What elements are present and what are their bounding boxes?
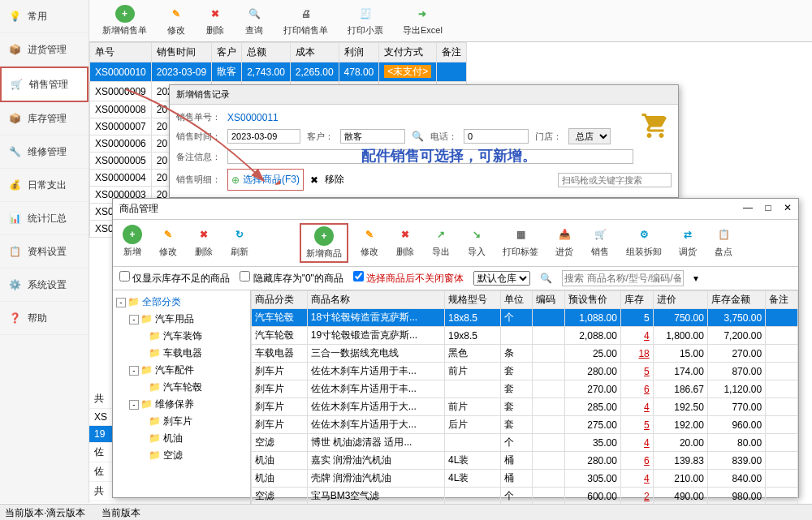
store-filter[interactable]: 默认仓库	[473, 271, 530, 286]
box-icon: 📦	[6, 41, 23, 58]
pencil-icon: ✎	[166, 5, 186, 23]
goods-row[interactable]: 机油壳牌 润滑油汽机油4L装桶305.004210.00840.00	[252, 470, 798, 488]
tree-node[interactable]: -📁 汽车用品	[116, 311, 247, 328]
sales-row[interactable]: XS00000102023-03-09散客2,743.002,265.00478…	[90, 62, 467, 82]
tree-leaf[interactable]: 📁 空滤	[116, 447, 247, 464]
goods-row[interactable]: 车载电器三合一数据线充电线黑色条25.001815.00270.00	[252, 345, 798, 363]
col-header[interactable]: 客户	[212, 43, 242, 62]
partial-rows: 共 XS 19 佐 佐 共	[89, 389, 112, 501]
print-receipt-button[interactable]: 🧾打印小票	[343, 3, 388, 38]
import-button[interactable]: ↘导入	[462, 223, 491, 263]
goods-row[interactable]: 刹车片佐佐木刹车片适用于丰...套270.006186.671,120.00	[252, 380, 798, 398]
col-header[interactable]: 支付方式	[379, 43, 437, 62]
goods-delete-button[interactable]: ✖删除	[391, 223, 420, 263]
export-button[interactable]: ➜导出Excel	[398, 3, 447, 38]
printer-icon: 🖨	[296, 5, 316, 23]
order-no: XS0000011	[227, 112, 279, 123]
hide-zero-check[interactable]: 隐藏库存为"0"的商品	[240, 271, 343, 286]
col-header[interactable]: 商品分类	[252, 291, 308, 309]
transfer-button[interactable]: ⇄调货	[673, 223, 702, 263]
x-icon: ✖	[194, 225, 214, 244]
col-header[interactable]: 单号	[90, 43, 152, 62]
stockin-button[interactable]: 📥进货	[550, 223, 579, 263]
tree-root[interactable]: -📁 全部分类	[116, 294, 247, 311]
dialog2-toolbar: +新增 ✎修改 ✖删除 ↻刷新 +新增商品 ✎修改 ✖删除 ↗导出 ↘导入 ▦打…	[113, 220, 798, 267]
refresh-button[interactable]: ↻刷新	[225, 223, 254, 263]
goods-row[interactable]: 机油嘉实 润滑油汽机油4L装桶280.006139.83839.00	[252, 452, 798, 470]
cat-edit-button[interactable]: ✎修改	[153, 223, 183, 263]
col-header[interactable]: 利润	[339, 43, 379, 62]
col-header[interactable]: 备注	[766, 291, 798, 309]
assembly-button[interactable]: ⚙组装拆卸	[621, 223, 667, 263]
col-header[interactable]: 库存金额	[707, 291, 765, 309]
col-header[interactable]: 商品名称	[307, 291, 444, 309]
cat-delete-button[interactable]: ✖删除	[189, 223, 218, 263]
tree-leaf[interactable]: 📁 车载电器	[116, 345, 247, 362]
sidebar-item-common[interactable]: 💡常用	[0, 0, 89, 33]
goods-row[interactable]: 刹车片佐佐木刹车片适用于大...后片套275.005192.00960.00	[252, 416, 798, 434]
goods-row[interactable]: 刹车片佐佐木刹车片适用于丰...前片套280.005174.00870.00	[252, 363, 798, 380]
col-header[interactable]: 单位	[500, 291, 533, 309]
remove-icon[interactable]: ✖	[310, 174, 318, 186]
goods-row[interactable]: 空滤宝马BM3空气滤个600.002490.00980.00	[252, 488, 798, 505]
col-header[interactable]: 预设售价	[565, 291, 621, 309]
col-header[interactable]: 库存	[620, 291, 653, 309]
maximize-button[interactable]: □	[765, 202, 771, 213]
tree-leaf[interactable]: 📁 机油	[116, 430, 247, 447]
col-header[interactable]: 进价	[653, 291, 707, 309]
col-header[interactable]: 规格型号	[444, 291, 500, 309]
col-header[interactable]: 备注	[437, 43, 467, 62]
cat-add-button[interactable]: +新增	[118, 223, 147, 263]
export-button[interactable]: ↗导出	[426, 223, 456, 263]
store-select[interactable]: 总店	[568, 128, 611, 144]
goods-edit-button[interactable]: ✎修改	[355, 223, 384, 263]
add-sale-button[interactable]: +新增销售单	[97, 3, 152, 38]
add-goods-icon: ⊕	[231, 174, 240, 186]
delete-button[interactable]: ✖删除	[201, 3, 230, 38]
goods-row[interactable]: 汽车轮毂19寸轮毂锻造雷克萨斯...19x8.52,088.0041,800.0…	[252, 327, 798, 345]
sidebar-item-repair[interactable]: 🔧维修管理	[0, 135, 89, 169]
search-customer-icon[interactable]: 🔍	[412, 131, 424, 142]
goods-row[interactable]: 空滤博世 机油滤清器 适用...个35.00420.0080.00	[252, 434, 798, 452]
goods-row[interactable]: 刹车片佐佐木刹车片适用于大...前片套285.004192.50770.00	[252, 398, 798, 416]
customer-input[interactable]	[340, 129, 405, 144]
sidebar-item-data[interactable]: 📋资料设置	[0, 235, 89, 269]
tree-node[interactable]: -📁 维修保养	[116, 396, 247, 413]
inventory-button[interactable]: 📋盘点	[709, 223, 738, 263]
date-input[interactable]	[227, 129, 300, 144]
sale-button[interactable]: 🛒销售	[585, 223, 615, 263]
add-goods-button[interactable]: +新增商品	[300, 223, 348, 263]
only-low-check[interactable]: 仅显示库存不足的商品	[119, 271, 230, 286]
sidebar-item-help[interactable]: ❓帮助	[0, 302, 89, 335]
status-bar: 当前版本·滴云版本 当前版本	[0, 504, 812, 520]
sidebar-item-expense[interactable]: 💰日常支出	[0, 169, 89, 202]
sidebar-item-sales[interactable]: 🛒销售管理	[0, 67, 89, 102]
col-header[interactable]: 成本	[290, 43, 339, 62]
col-header[interactable]: 总额	[242, 43, 291, 62]
search-button[interactable]: 🔍查询	[240, 3, 269, 38]
goods-search-input[interactable]	[562, 270, 684, 286]
col-header[interactable]: 编码	[533, 291, 565, 309]
close-button[interactable]: ✕	[784, 202, 792, 213]
edit-button[interactable]: ✎修改	[162, 3, 191, 38]
x-icon: ✖	[395, 225, 415, 244]
sidebar-item-inventory[interactable]: 📦库存管理	[0, 102, 89, 135]
tree-leaf[interactable]: 📁 汽车轮毂	[116, 379, 247, 396]
tree-leaf[interactable]: 📁 汽车装饰	[116, 328, 247, 345]
goods-row[interactable]: 汽车轮毂18寸轮毂铸造雷克萨斯...18x8.5个1,088.005750.00…	[252, 309, 798, 327]
sidebar-item-settings[interactable]: ⚙️系统设置	[0, 269, 89, 302]
dropdown-icon[interactable]: ▾	[693, 273, 698, 284]
barcode-input[interactable]	[558, 173, 672, 187]
tree-leaf[interactable]: 📁 刹车片	[116, 413, 247, 430]
tree-node[interactable]: -📁 汽车配件	[116, 362, 247, 379]
print-button[interactable]: 🖨打印销售单	[279, 3, 333, 38]
sidebar-item-purchase[interactable]: 📦进货管理	[0, 33, 89, 67]
sidebar-item-stats[interactable]: 📊统计汇总	[0, 202, 89, 235]
print-label-button[interactable]: ▦打印标签	[498, 223, 543, 263]
no-close-check[interactable]: 选择商品后不关闭窗体	[353, 271, 464, 286]
col-header[interactable]: 销售时间	[151, 43, 211, 62]
phone-input[interactable]	[464, 129, 529, 144]
package-icon: 📦	[6, 110, 23, 127]
select-goods-link[interactable]: 选择商品(F3)	[243, 173, 300, 187]
minimize-button[interactable]: ―	[743, 202, 753, 213]
